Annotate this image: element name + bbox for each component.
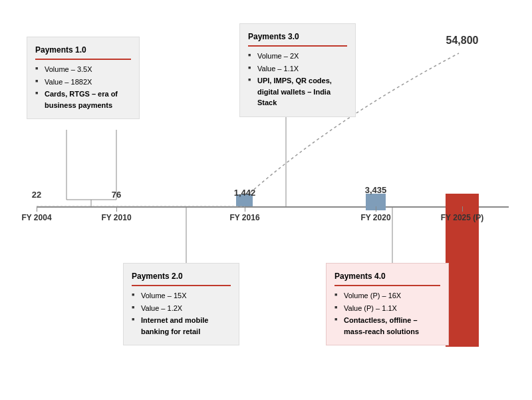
payments-30-list: Volume – 2X Value – 1.1X UPI, IMPS, QR c… (248, 51, 347, 108)
year-fy2016: FY 2016 (229, 213, 259, 222)
payments-10-divider (35, 59, 131, 60)
payments-30-divider (248, 45, 347, 47)
dotted-timeline-lower (37, 203, 249, 213)
payments-40-title: Payments 4.0 (334, 270, 440, 282)
payments-40-item-2: Value (P) – 1.1X (334, 303, 440, 314)
payments-30-item-2: Value – 1.1X (248, 63, 347, 75)
payments-20-item-1: Volume – 15X (132, 290, 231, 301)
payments-20-item-2: Value – 1.2X (132, 303, 231, 314)
payments-10-item-1: Volume – 3.5X (35, 64, 131, 75)
payments-20-list: Volume – 15X Value – 1.2X Internet and m… (132, 290, 231, 337)
year-fy2020: FY 2020 (360, 213, 390, 222)
payments-40-list: Volume (P) – 16X Value (P) – 1.1X Contac… (334, 290, 440, 337)
payments-30-item-3: UPI, IMPS, QR codes, digital wallets – I… (248, 75, 347, 108)
payments-10-item-3: Cards, RTGS – era of business payments (35, 89, 131, 110)
payments-30-title: Payments 3.0 (248, 31, 347, 43)
payments-30-item-1: Volume – 2X (248, 51, 347, 62)
value-1442: 1,442 (234, 188, 256, 198)
payments-40-divider (334, 285, 440, 286)
payments-10-list: Volume – 3.5X Value – 1882X Cards, RTGS … (35, 64, 131, 110)
payments-40-callout: Payments 4.0 Volume (P) – 16X Value (P) … (326, 263, 449, 345)
value-22: 22 (32, 190, 41, 200)
year-fy2004: FY 2004 (21, 213, 51, 222)
fy2020-tick (376, 206, 376, 212)
payments-20-title: Payments 2.0 (132, 270, 231, 282)
value-76: 76 (112, 190, 121, 200)
chart-container: Payments 1.0 Volume – 3.5X Value – 1882X… (0, 0, 532, 400)
value-54800: 54,800 (446, 35, 479, 47)
payments-20-item-3: Internet and mobile banking for retail (132, 315, 231, 337)
payments-30-callout: Payments 3.0 Volume – 2X Value – 1.1X UP… (239, 23, 356, 117)
value-3435: 3,435 (365, 185, 387, 195)
payments-40-item-3: Contactless, offline – mass-reach soluti… (334, 315, 440, 337)
payments-20-divider (132, 285, 231, 286)
payments-10-item-2: Value – 1882X (35, 77, 131, 88)
payments-40-item-1: Volume (P) – 16X (334, 290, 440, 301)
year-fy2010: FY 2010 (101, 213, 131, 222)
year-fy2025: FY 2025 (P) (441, 213, 483, 222)
payments-20-callout: Payments 2.0 Volume – 15X Value – 1.2X I… (123, 263, 239, 345)
fy2025-tick (462, 206, 463, 212)
payments-10-title: Payments 1.0 (35, 44, 131, 56)
payments-10-callout: Payments 1.0 Volume – 3.5X Value – 1882X… (27, 37, 140, 119)
